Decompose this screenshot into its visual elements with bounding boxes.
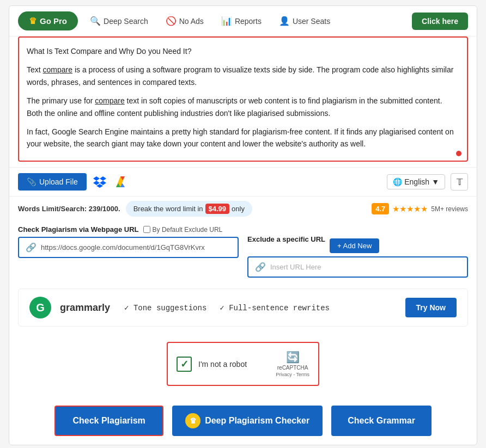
grammarly-logo: G (29, 297, 51, 318)
main-container: ♛ Go Pro 🔍 Deep Search 🚫 No Ads 📊 Report… (9, 5, 477, 445)
user-seats-feature[interactable]: 👤 User Seats (274, 13, 336, 29)
captcha-section: ✓ I'm not a robot 🔄 reCAPTCHA Privacy - … (9, 331, 477, 397)
toolbar: 📎 Upload File 🌐 English ▼ 𝕋 (9, 167, 477, 197)
no-ads-feature[interactable]: 🚫 No Ads (160, 13, 209, 29)
user-seats-icon: 👤 (279, 16, 290, 26)
captcha-brand: reCAPTCHA (277, 365, 308, 371)
captcha-left: ✓ I'm not a robot (177, 357, 247, 372)
rating-section: 4.7 ★★★★★ 5M+ reviews (372, 203, 468, 214)
recaptcha-logo: 🔄 (286, 351, 300, 364)
reports-icon: 📊 (221, 16, 232, 26)
exclude-label-text: By Default Exclude URL (153, 226, 223, 234)
text-input-box[interactable]: What Is Text Compare and Why Do you Need… (18, 36, 468, 162)
price-badge: $4.99 (205, 204, 230, 214)
deep-search-label: Deep Search (104, 17, 148, 26)
go-pro-button[interactable]: ♛ Go Pro (18, 11, 78, 30)
captcha-right: 🔄 reCAPTCHA Privacy - Terms (276, 351, 309, 377)
stars: ★★★★★ (392, 204, 428, 214)
deep-search-feature[interactable]: 🔍 Deep Search (84, 13, 154, 29)
grammarly-feature2: ✓ Full-sentence rewrites (220, 303, 330, 312)
text-para3: In fact, Google Search Engine maintains … (27, 126, 459, 150)
language-label: English (404, 177, 429, 186)
grammarly-name: grammarly (60, 302, 110, 314)
exclude-url-checkbox[interactable] (143, 226, 150, 233)
deep-plagiarism-button[interactable]: ♛ Deep Plagiarism Checker (172, 406, 323, 436)
paperclip-icon: 📎 (27, 177, 36, 186)
language-selector[interactable]: 🌐 English ▼ (387, 174, 445, 189)
google-drive-icon[interactable] (113, 174, 128, 189)
deep-search-icon: 🔍 (90, 16, 101, 26)
grammarly-letter: G (36, 302, 45, 314)
no-ads-icon: 🚫 (166, 16, 177, 26)
link-icon-left: 🔗 (26, 242, 37, 253)
url-label-row-right: Exclude a specific URL + Add New (247, 225, 468, 253)
reports-label: Reports (235, 17, 262, 26)
text-title: What Is Text Compare and Why Do you Need… (27, 45, 459, 57)
rating-badge: 4.7 (372, 203, 389, 214)
add-new-button[interactable]: + Add New (330, 238, 379, 253)
format-icon: 𝕋 (457, 177, 463, 187)
no-ads-label: No Ads (179, 17, 204, 26)
url-right-label: Exclude a specific URL (247, 235, 325, 243)
only-text: only (232, 205, 245, 213)
url-placeholder: Insert URL Here (270, 263, 321, 271)
crown-icon: ♛ (29, 16, 37, 26)
url-value: https://docs.google.com/document/d/1GqTG… (41, 243, 205, 251)
url-input-box-right[interactable]: 🔗 Insert URL Here (247, 256, 468, 278)
check-plagiarism-button[interactable]: Check Plagiarism (54, 406, 163, 436)
words-limit-text: Words Limit/Search: 239/1000. (18, 205, 120, 213)
text-para1: Text compare is a process of using a sof… (27, 64, 459, 88)
format-button[interactable]: 𝕋 (451, 173, 468, 191)
reviews-text: 5M+ reviews (431, 205, 468, 213)
globe-icon: 🌐 (393, 177, 402, 186)
url-input-box-left[interactable]: 🔗 https://docs.google.com/document/d/1Gq… (18, 237, 239, 258)
deep-crown-icon: ♛ (185, 413, 201, 428)
try-now-button[interactable]: Try Now (405, 298, 457, 317)
captcha-check: ✓ (177, 357, 192, 372)
reports-feature[interactable]: 📊 Reports (216, 13, 267, 29)
user-seats-label: User Seats (293, 17, 330, 26)
top-bar: ♛ Go Pro 🔍 Deep Search 🚫 No Ads 📊 Report… (9, 6, 477, 36)
captcha-box[interactable]: ✓ I'm not a robot 🔄 reCAPTCHA Privacy - … (167, 342, 319, 386)
exclude-checkbox-label[interactable]: By Default Exclude URL (143, 226, 223, 234)
link-icon-right: 🔗 (255, 262, 266, 272)
words-limit-row: Words Limit/Search: 239/1000. Break the … (9, 197, 477, 221)
click-here-button[interactable]: Click here (412, 13, 468, 30)
url-section: Check Plagiarism via Webpage URL By Defa… (9, 221, 477, 284)
grammarly-banner: G grammarly ✓ Tone suggestions ✓ Full-se… (18, 289, 468, 327)
url-left-label: Check Plagiarism via Webpage URL (18, 225, 139, 234)
url-col-left: Check Plagiarism via Webpage URL By Defa… (18, 225, 239, 258)
grammarly-feature1: ✓ Tone suggestions (124, 303, 206, 312)
upload-label: Upload File (39, 177, 78, 186)
grammarly-features: ✓ Tone suggestions ✓ Full-sentence rewri… (124, 303, 330, 312)
dropbox-icon[interactable] (92, 174, 107, 189)
chevron-down-icon: ▼ (432, 177, 439, 186)
bottom-buttons: Check Plagiarism ♛ Deep Plagiarism Check… (9, 397, 477, 445)
break-text: Break the word limit in (133, 205, 203, 213)
captcha-label: I'm not a robot (198, 360, 247, 369)
upload-file-button[interactable]: 📎 Upload File (18, 173, 87, 191)
text-area-section: What Is Text Compare and Why Do you Need… (9, 36, 477, 167)
scroll-indicator (456, 151, 461, 156)
go-pro-label: Go Pro (40, 16, 67, 26)
url-label-row-left: Check Plagiarism via Webpage URL By Defa… (18, 225, 239, 234)
captcha-links: Privacy - Terms (276, 372, 309, 377)
url-col-right: Exclude a specific URL + Add New 🔗 Inser… (247, 225, 468, 278)
break-limit-badge[interactable]: Break the word limit in $4.99 only (126, 201, 252, 217)
text-para2: The primary use for compare text in soft… (27, 95, 459, 119)
deep-plagiarism-label: Deep Plagiarism Checker (205, 416, 309, 426)
check-grammar-button[interactable]: Check Grammar (331, 406, 432, 436)
